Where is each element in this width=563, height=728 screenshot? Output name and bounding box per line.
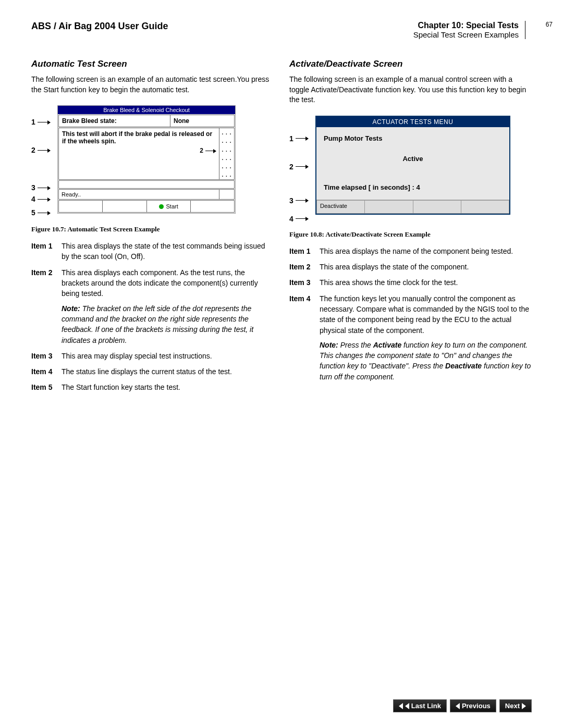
- item-label: Item 4: [289, 293, 320, 382]
- state-value: None: [170, 115, 234, 127]
- callout-r3: 3: [289, 196, 293, 205]
- double-chevron-left-icon: [399, 703, 403, 709]
- item-label: Item 1: [289, 246, 320, 256]
- fn-key-r4[interactable]: [461, 200, 509, 214]
- chevron-right-icon: [522, 703, 526, 709]
- callout-r2: 2: [289, 163, 293, 171]
- screen1-message: This test will abort if the brake pedal …: [58, 128, 219, 180]
- last-link-label: Last Link: [411, 702, 441, 710]
- item-label: Item 5: [31, 382, 62, 392]
- item-text: The status line displays the current sta…: [62, 366, 274, 377]
- fn-key-2[interactable]: [103, 200, 146, 213]
- right-item-list: Item 1 This area displays the name of th…: [289, 246, 532, 382]
- figure-10-8-caption: Figure 10.8: Activate/Deactivate Screen …: [289, 230, 532, 239]
- time-elapsed: Time elapsed [ in seconds] : 4: [324, 183, 502, 191]
- green-dot-icon: [159, 204, 164, 209]
- item-text: This area displays the state of the test…: [62, 241, 274, 262]
- right-section-title: Activate/Deactivate Screen: [289, 59, 532, 69]
- item-text: This area shows the time clock for the t…: [320, 277, 532, 288]
- item-text: This area displays the name of the compo…: [320, 246, 532, 256]
- left-section-title: Automatic Test Screen: [31, 59, 274, 69]
- left-item-list: Item 1 This area displays the state of t…: [31, 241, 274, 393]
- chapter-title: Chapter 10: Special Tests: [413, 21, 519, 30]
- callout-4: 4: [31, 195, 35, 203]
- next-label: Next: [505, 702, 520, 710]
- previous-button[interactable]: Previous: [450, 699, 496, 712]
- next-button[interactable]: Next: [499, 699, 532, 712]
- item-label: Item 3: [31, 351, 62, 361]
- state-label: Brake Bleed state:: [59, 115, 170, 127]
- callout-5: 5: [31, 208, 35, 217]
- start-button[interactable]: Start: [147, 200, 191, 213]
- activate-deactivate-screen: ACTUATOR TESTS MENU Pump Motor Tests Act…: [315, 116, 510, 215]
- component-state: Active: [324, 155, 502, 163]
- figure-10-8: 1 2 3 4 ACTUATOR TESTS MENU Pump Motor T…: [289, 116, 532, 225]
- item-text: This area may display special test instr…: [62, 351, 274, 361]
- item-label: Item 4: [31, 366, 62, 377]
- chapter-subtitle: Special Test Screen Examples: [413, 30, 519, 39]
- fn-key-r2[interactable]: [365, 200, 413, 214]
- chevron-left-icon: [405, 703, 409, 709]
- callout-r4: 4: [289, 215, 293, 223]
- start-label: Start: [166, 203, 178, 209]
- page-header: ABS / Air Bag 2004 User Guide Chapter 10…: [31, 21, 532, 43]
- item-label: Item 2: [289, 262, 320, 272]
- component-name: Pump Motor Tests: [324, 134, 502, 142]
- item-label: Item 1: [31, 241, 62, 262]
- inner-callout-2: 2: [200, 147, 203, 154]
- item-text: The Start function key starts the test.: [62, 382, 274, 392]
- item-text: The function keys let you manually contr…: [320, 293, 532, 382]
- automatic-test-screen: Brake Bleed & Solenoid Checkout Brake Bl…: [57, 105, 236, 214]
- item4-note: Press the Activate function key to turn …: [320, 341, 531, 381]
- instruction-area: [58, 180, 235, 189]
- fn-key-r3[interactable]: [413, 200, 461, 214]
- callout-2: 2: [31, 146, 35, 154]
- figure-10-7-caption: Figure 10.7: Automatic Test Screen Examp…: [31, 225, 274, 233]
- previous-label: Previous: [462, 702, 491, 710]
- component-dots: . . . . . . . . . . . . . . . . . .: [219, 128, 235, 180]
- callout-r1: 1: [289, 134, 293, 143]
- left-intro: The following screen is an example of an…: [31, 75, 274, 95]
- doc-title: ABS / Air Bag 2004 User Guide: [31, 21, 168, 32]
- fn-key-4[interactable]: [191, 200, 235, 213]
- fn-key-1[interactable]: [58, 200, 103, 213]
- item-label: Item 2: [31, 267, 62, 346]
- nav-buttons: Last Link Previous Next: [393, 699, 532, 712]
- screen1-title: Brake Bleed & Solenoid Checkout: [58, 106, 235, 114]
- screen1-message-text: This test will abort if the brake pedal …: [62, 130, 212, 145]
- status-line: Ready..: [58, 189, 219, 200]
- chevron-left-icon: [456, 703, 460, 709]
- screen2-title: ACTUATOR TESTS MENU: [316, 117, 509, 127]
- item-text: This area displays the state of the comp…: [320, 262, 532, 272]
- item-label: Item 3: [289, 277, 320, 288]
- last-link-button[interactable]: Last Link: [393, 699, 447, 712]
- right-intro: The following screen is an example of a …: [289, 75, 532, 105]
- callout-3: 3: [31, 183, 35, 192]
- figure-10-7: 1 2 3 4 5 Brake Bleed & Solenoid Checkou…: [31, 105, 274, 220]
- deactivate-button[interactable]: Deactivate: [316, 200, 365, 214]
- item-text: This area displays each component. As th…: [62, 267, 274, 346]
- page-number: 67: [546, 21, 553, 28]
- callout-1: 1: [31, 118, 35, 126]
